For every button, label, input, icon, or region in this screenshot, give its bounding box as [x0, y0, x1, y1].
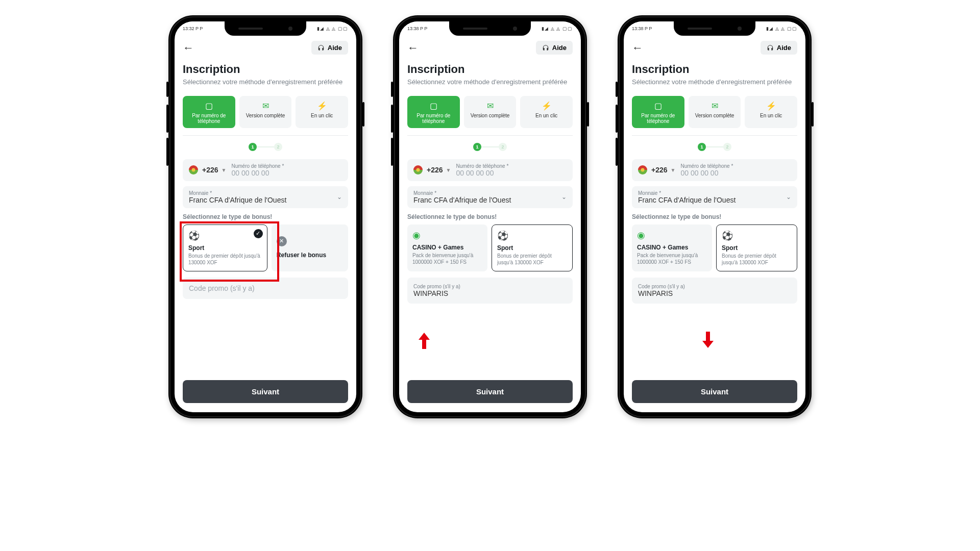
page-subtitle: Sélectionnez votre méthode d'enregistrem…	[407, 78, 573, 87]
notch	[449, 21, 531, 36]
step-1-icon: 1	[698, 143, 706, 151]
promo-field[interactable]: Code promo (s'il y a) WINPARIS	[407, 278, 573, 304]
headset-icon	[317, 44, 325, 52]
stepper: 1 2	[407, 143, 573, 151]
check-icon: ✓	[254, 229, 263, 238]
chevron-down-icon: ⌄	[786, 193, 791, 201]
promo-field[interactable]: Code promo (s'il y a)	[183, 278, 348, 299]
promo-label: Code promo (s'il y a)	[638, 284, 791, 289]
help-label: Aide	[777, 44, 791, 52]
flag-icon	[413, 165, 423, 174]
promo-input[interactable]: WINPARIS	[413, 289, 567, 297]
method-oneclick[interactable]: ⚡En un clic	[520, 96, 573, 128]
page-title: Inscription	[183, 63, 348, 76]
currency-value: Franc CFA d'Afrique de l'Ouest	[413, 196, 511, 204]
bonus-section-label: Sélectionnez le type de bonus!	[183, 213, 348, 220]
method-phone[interactable]: ▢Par numéro de téléphone	[183, 96, 235, 128]
currency-value: Franc CFA d'Afrique de l'Ouest	[189, 196, 286, 204]
arrow-down-icon	[702, 332, 714, 348]
step-1-icon: 1	[249, 143, 257, 151]
bonus-section-label: Sélectionnez le type de bonus!	[632, 213, 797, 220]
flag-icon	[189, 165, 198, 174]
method-full[interactable]: ✉Version complète	[689, 96, 741, 128]
back-icon[interactable]: ←	[407, 41, 419, 55]
bonus-card-sport[interactable]: ⚽ ✓ Sport Bonus de premier dépôt jusqu'à…	[183, 224, 267, 271]
next-button[interactable]: Suivant	[632, 380, 797, 403]
step-2-icon: 2	[499, 143, 507, 151]
promo-input[interactable]: WINPARIS	[638, 289, 791, 297]
chevron-down-icon: ⌄	[337, 193, 342, 201]
flag-icon	[638, 165, 647, 174]
phone-mock-1: 13:32 P P ▮◢ ◬ ◬ ▢▢ ← Aide Inscription S…	[168, 15, 362, 418]
next-button[interactable]: Suivant	[183, 380, 348, 403]
currency-value: Franc CFA d'Afrique de l'Ouest	[638, 196, 736, 204]
currency-field[interactable]: Monnaie * Franc CFA d'Afrique de l'Ouest…	[407, 186, 573, 208]
ball-icon: ⚽	[188, 230, 262, 241]
phone-field[interactable]: +226 ▼ Numéro de téléphone * 00 00 00 00	[632, 159, 797, 181]
phone-field[interactable]: +226 ▼ Numéro de téléphone * 00 00 00 00	[183, 159, 348, 181]
help-label: Aide	[552, 44, 567, 52]
chevron-down-icon: ▼	[671, 167, 676, 173]
page-subtitle: Sélectionnez votre méthode d'enregistrem…	[632, 78, 797, 87]
chip-icon: ◉	[637, 230, 707, 241]
bonus-card-sport[interactable]: ⚽ Sport Bonus de premier dépôt jusqu'à 1…	[492, 224, 573, 271]
bonus-card-refuse[interactable]: ✕ Refuser le bonus	[272, 224, 348, 271]
method-phone[interactable]: ▢Par numéro de téléphone	[407, 96, 460, 128]
next-button[interactable]: Suivant	[407, 380, 573, 403]
phone-input[interactable]: 00 00 00 00	[231, 169, 284, 177]
back-icon[interactable]: ←	[632, 41, 643, 55]
phone-label: Numéro de téléphone *	[680, 163, 733, 169]
method-full[interactable]: ✉Version complète	[239, 96, 292, 128]
chevron-down-icon: ⌄	[561, 193, 567, 201]
method-oneclick[interactable]: ⚡En un clic	[296, 96, 348, 128]
stepper: 1 2	[632, 143, 797, 151]
phone-label: Numéro de téléphone *	[231, 163, 284, 169]
currency-field[interactable]: Monnaie * Franc CFA d'Afrique de l'Ouest…	[183, 186, 348, 208]
phone-input[interactable]: 00 00 00 00	[456, 169, 508, 177]
bonus-card-sport[interactable]: ⚽ Sport Bonus de premier dépôt jusqu'à 1…	[716, 224, 797, 271]
promo-label: Code promo (s'il y a)	[413, 284, 567, 289]
currency-label: Monnaie *	[638, 190, 736, 196]
phone-field[interactable]: +226 ▼ Numéro de téléphone * 00 00 00 00	[407, 159, 573, 181]
page-title: Inscription	[632, 63, 797, 76]
step-1-icon: 1	[473, 143, 481, 151]
phone-input[interactable]: 00 00 00 00	[680, 169, 733, 177]
currency-field[interactable]: Monnaie * Franc CFA d'Afrique de l'Ouest…	[632, 186, 797, 208]
notch	[674, 21, 755, 36]
page-title: Inscription	[407, 63, 573, 76]
chip-icon: ◉	[412, 230, 482, 241]
back-icon[interactable]: ←	[183, 41, 194, 55]
method-oneclick[interactable]: ⚡En un clic	[745, 96, 797, 128]
dial-code: +226	[651, 166, 668, 174]
help-label: Aide	[328, 44, 342, 52]
ball-icon: ⚽	[722, 230, 792, 241]
headset-icon	[542, 44, 549, 52]
stepper: 1 2	[183, 143, 348, 151]
step-2-icon: 2	[274, 143, 282, 151]
bonus-card-casino[interactable]: ◉ CASINO + Games Pack de bienvenue jusqu…	[632, 224, 712, 271]
promo-field[interactable]: Code promo (s'il y a) WINPARIS	[632, 278, 797, 304]
help-button[interactable]: Aide	[761, 41, 797, 55]
ball-icon: ⚽	[497, 230, 567, 241]
currency-label: Monnaie *	[189, 190, 286, 196]
close-icon: ✕	[277, 236, 287, 246]
bonus-section-label: Sélectionnez le type de bonus!	[407, 213, 573, 220]
dial-code: +226	[202, 166, 218, 174]
method-full[interactable]: ✉Version complète	[464, 96, 517, 128]
arrow-up-icon	[419, 333, 430, 349]
step-2-icon: 2	[723, 143, 731, 151]
chevron-down-icon: ▼	[446, 167, 451, 173]
phone-mock-2: 13:38 P P ▮◢ ◬ ◬ ▢▢ ← Aide Inscription S…	[393, 15, 587, 418]
currency-label: Monnaie *	[413, 190, 511, 196]
phone-label: Numéro de téléphone *	[456, 163, 508, 169]
notch	[225, 21, 306, 36]
promo-placeholder: Code promo (s'il y a)	[189, 284, 255, 292]
headset-icon	[767, 44, 774, 52]
help-button[interactable]: Aide	[536, 41, 573, 55]
method-phone[interactable]: ▢Par numéro de téléphone	[632, 96, 684, 128]
bonus-card-casino[interactable]: ◉ CASINO + Games Pack de bienvenue jusqu…	[407, 224, 487, 271]
chevron-down-icon: ▼	[222, 167, 227, 173]
page-subtitle: Sélectionnez votre méthode d'enregistrem…	[183, 78, 348, 87]
help-button[interactable]: Aide	[311, 41, 348, 55]
dial-code: +226	[427, 166, 443, 174]
